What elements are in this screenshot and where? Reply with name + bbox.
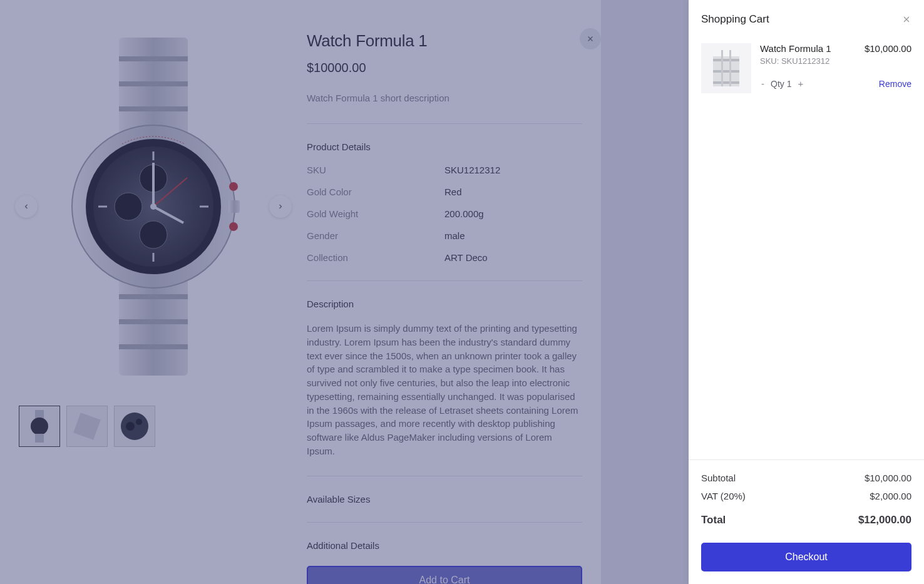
svg-rect-25 [35, 410, 44, 419]
svg-rect-41 [721, 50, 723, 86]
watch-image [59, 31, 247, 382]
product-main-image [19, 19, 288, 394]
svg-rect-27 [35, 434, 44, 443]
svg-rect-5 [119, 294, 188, 299]
thumbnail-1[interactable] [19, 406, 60, 447]
detail-value: ART Deco [444, 252, 488, 263]
detail-row-gender: Gender male [307, 230, 582, 241]
svg-point-24 [229, 222, 238, 231]
additional-details-heading: Additional Details [307, 540, 582, 551]
description-heading: Description [307, 299, 582, 309]
product-short-description: Watch Formula 1 short description [307, 93, 582, 103]
qty-controls: - Qty 1 + [760, 78, 804, 89]
svg-point-11 [115, 193, 142, 220]
svg-rect-28 [73, 412, 101, 440]
product-modal: Watch Formula 1 $10000.00 Watch Formula … [0, 0, 601, 584]
vat-value: $2,000.00 [870, 491, 911, 501]
detail-row-goldweight: Gold Weight 200.000g [307, 208, 582, 219]
cart-summary: Subtotal $10,000.00 VAT (20%) $2,000.00 … [689, 459, 924, 584]
detail-value: 200.000g [444, 208, 484, 219]
qty-label: Qty 1 [771, 79, 791, 89]
total-label: Total [701, 514, 726, 526]
detail-value: Red [444, 187, 462, 197]
subtotal-value: $10,000.00 [865, 473, 911, 483]
remove-item-link[interactable]: Remove [879, 79, 911, 89]
divider [307, 476, 582, 476]
cart-close-button[interactable] [901, 14, 911, 24]
vat-label: VAT (20%) [701, 491, 746, 501]
chevron-left-icon [23, 203, 30, 210]
product-image-panel [0, 0, 307, 584]
cart-header: Shopping Cart [689, 0, 924, 38]
total-value: $12,000.00 [858, 514, 911, 526]
detail-row-sku: SKU SKU1212312 [307, 165, 582, 175]
svg-rect-38 [713, 59, 739, 61]
subtotal-label: Subtotal [701, 473, 736, 483]
thumbnail-row [19, 406, 288, 447]
product-info-panel: Watch Formula 1 $10000.00 Watch Formula … [307, 0, 601, 584]
product-details-heading: Product Details [307, 141, 582, 152]
svg-point-31 [136, 419, 142, 425]
gallery-prev-button[interactable] [15, 195, 38, 218]
cart-item-sku: SKU: SKU1212312 [760, 56, 911, 66]
svg-rect-39 [713, 70, 739, 73]
detail-label: SKU [307, 165, 444, 175]
available-sizes-heading: Available Sizes [307, 494, 582, 505]
svg-rect-7 [119, 344, 188, 349]
divider [307, 280, 582, 281]
svg-rect-4 [119, 275, 188, 376]
cart-item-name: Watch Formula 1 [760, 43, 831, 54]
subtotal-row: Subtotal $10,000.00 [701, 473, 911, 483]
svg-rect-22 [228, 200, 240, 213]
thumbnail-2[interactable] [66, 406, 108, 447]
svg-point-23 [229, 182, 238, 191]
close-icon [901, 14, 911, 24]
detail-label: Gold Weight [307, 208, 444, 219]
divider [307, 522, 582, 523]
close-icon [586, 34, 595, 43]
detail-label: Collection [307, 252, 444, 263]
detail-row-goldcolor: Gold Color Red [307, 187, 582, 197]
detail-value: SKU1212312 [444, 165, 500, 175]
cart-title: Shopping Cart [701, 13, 769, 26]
detail-value: male [444, 230, 465, 241]
detail-label: Gold Color [307, 187, 444, 197]
chevron-right-icon [277, 203, 284, 210]
detail-label: Gender [307, 230, 444, 241]
svg-rect-40 [713, 81, 739, 84]
cart-item-price: $10,000.00 [865, 43, 911, 54]
checkout-button[interactable]: Checkout [701, 543, 911, 571]
vat-row: VAT (20%) $2,000.00 [701, 491, 911, 501]
add-to-cart-button[interactable]: Add to Cart [307, 566, 582, 585]
svg-point-13 [140, 221, 167, 248]
total-row: Total $12,000.00 [701, 514, 911, 526]
cart-item: Watch Formula 1 $10,000.00 SKU: SKU12123… [689, 38, 924, 98]
svg-rect-2 [119, 81, 188, 86]
product-title: Watch Formula 1 [307, 31, 582, 51]
divider [307, 123, 582, 124]
product-price: $10000.00 [307, 61, 582, 75]
svg-rect-1 [119, 56, 188, 61]
cart-item-info: Watch Formula 1 $10,000.00 SKU: SKU12123… [760, 43, 911, 93]
svg-rect-42 [729, 50, 731, 86]
svg-point-21 [150, 203, 157, 210]
cart-item-image [701, 43, 751, 93]
svg-point-30 [126, 422, 135, 431]
svg-point-26 [31, 418, 48, 435]
svg-rect-0 [119, 38, 188, 138]
description-text: Lorem Ipsum is simply dummy text of the … [307, 322, 582, 458]
modal-close-button[interactable] [580, 28, 601, 49]
svg-rect-3 [119, 106, 188, 111]
gallery-next-button[interactable] [269, 195, 292, 218]
thumbnail-3[interactable] [114, 406, 155, 447]
qty-decrease-button[interactable]: - [760, 78, 766, 89]
svg-rect-37 [713, 50, 739, 56]
svg-rect-6 [119, 319, 188, 324]
qty-increase-button[interactable]: + [796, 78, 804, 89]
detail-row-collection: Collection ART Deco [307, 252, 582, 263]
cart-panel: Shopping Cart Watch Formula 1 $10,000.00… [689, 0, 924, 584]
